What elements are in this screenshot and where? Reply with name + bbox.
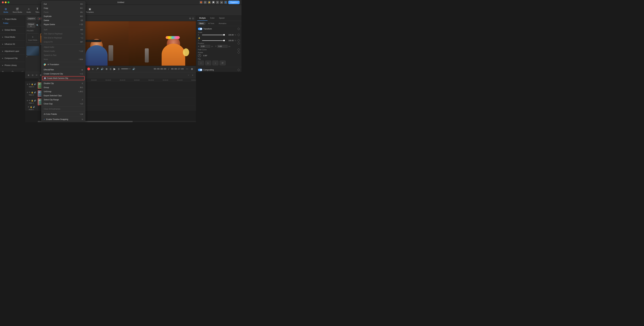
menu-create-multicam[interactable]: Create Multi-Camera Clip — [42, 76, 84, 80]
add-track-button[interactable]: ⊕ — [27, 73, 30, 77]
zoom-in-button[interactable]: + — [191, 73, 194, 77]
settings-button[interactable]: ⋯ — [186, 67, 189, 71]
tab-multiple[interactable]: Multiple — [197, 16, 208, 21]
track-eye-icon-a1[interactable]: 👁 — [28, 106, 30, 108]
scale-x-thumb[interactable] — [223, 34, 225, 36]
track-lock-icon-a1[interactable]: 🔒 — [30, 106, 32, 108]
menu-ai-color[interactable]: AI Color Palette ⌥M — [42, 112, 85, 116]
track-audio-icon-v2[interactable]: 🔊 — [34, 91, 36, 93]
toolbar-stock-media[interactable]: 🎬 Stock Media — [11, 6, 24, 14]
sidebar-item-project-media[interactable]: ▼ Project Media — [0, 17, 25, 21]
menu-enable-snapping[interactable]: ✓ Enable Timeline Snapping N — [42, 117, 85, 121]
cut-tool-button[interactable]: ✂ — [35, 73, 38, 77]
subtab-ai-tools[interactable]: AI Tools — [206, 22, 216, 25]
toolbar-media[interactable]: ⊞ Media — [2, 6, 10, 14]
scale-x-keyframe[interactable] — [238, 34, 240, 36]
scale-x-slider[interactable] — [202, 35, 225, 35]
tab-color[interactable]: Color — [208, 16, 216, 21]
menu-create-compound[interactable]: Create Compound Clip ⌥G — [42, 72, 85, 76]
preview-icon-2[interactable]: ⊡ — [192, 17, 194, 20]
maximize-button[interactable] — [8, 1, 10, 3]
menu-select-range[interactable]: Select Clip Range X — [42, 98, 85, 102]
volume-icon[interactable]: 🔊 — [132, 67, 136, 71]
speaker-button[interactable]: 🔊 — [100, 67, 104, 71]
media-thumb-2[interactable] — [26, 46, 39, 56]
menu-close-gap[interactable]: Close Gap ⌥D — [42, 102, 85, 106]
person-icon[interactable]: 👤 — [224, 1, 227, 4]
cloud-icon[interactable]: ☁ — [220, 1, 223, 4]
menu-select-same-color[interactable]: Select All Clips with the Same Color Mar… — [42, 121, 85, 122]
track-eye-icon-v2[interactable]: 👁 — [29, 91, 30, 93]
gift-icon[interactable]: 🎁 — [200, 1, 202, 4]
sidebar-item-compound-clip[interactable]: ▶ Compound Clip — [0, 56, 25, 60]
flip-vertical-button[interactable]: ↕ — [212, 61, 218, 65]
toolbar-audio[interactable]: ♫ Audio — [25, 6, 33, 14]
pos-x-input[interactable] — [200, 45, 210, 48]
download-icon[interactable]: ⬇ — [216, 1, 219, 4]
zoom-out-button[interactable]: − — [187, 73, 190, 77]
fullscreen-button[interactable]: ⊞ — [190, 67, 194, 71]
mic-button[interactable]: 🎤 — [96, 67, 99, 71]
minimize-button[interactable] — [5, 1, 6, 3]
transform-keyframe-diamond[interactable] — [238, 28, 240, 30]
export-button[interactable]: Export ▾ — [228, 1, 240, 4]
track-audio-icon[interactable]: 🔊 — [34, 83, 36, 85]
sidebar-folder-label[interactable]: Folder — [0, 21, 25, 25]
track-audio-icon-v1[interactable]: 🔊 — [34, 100, 36, 102]
sidebar-item-adjustment-layer[interactable]: ▶ Adjustment Layer — [0, 49, 25, 53]
subtab-animation[interactable]: Animation — [217, 22, 228, 25]
track-lock-icon-v1[interactable]: 🔒 — [31, 100, 33, 102]
import-button[interactable]: Import ▾ — [27, 17, 36, 20]
default-sort-button[interactable]: Default ▾ — [27, 23, 36, 28]
screen-record-button[interactable]: ⊞ — [105, 67, 108, 71]
flip-horizontal-button[interactable]: ↔ — [198, 61, 204, 65]
play-button[interactable]: ▶ — [113, 67, 116, 71]
path-curve-keyframe[interactable] — [238, 48, 240, 51]
scale-y-slider[interactable] — [202, 40, 225, 41]
sidebar-item-cloud-media[interactable]: ▶ Cloud Media — [0, 35, 25, 39]
scale-y-keyframe[interactable] — [238, 39, 240, 42]
menu-ai-translation[interactable]: AI Translation — [42, 62, 85, 67]
next-frame-button[interactable]: ⟩⟩ — [118, 67, 120, 71]
notification-icon[interactable]: 🔔 — [208, 1, 211, 4]
track-audio-icon-a1[interactable]: 🔊 — [33, 106, 35, 108]
refresh-icon[interactable]: ⟳ — [12, 70, 14, 72]
track-add-icon-v1[interactable]: ⊕ — [27, 100, 28, 102]
menu-duplicate[interactable]: Duplicate ⌘D — [42, 14, 85, 18]
sidebar-item-global-media[interactable]: ▶ Global Media — [0, 28, 25, 32]
menu-delete[interactable]: Delete ⌫ — [42, 18, 85, 22]
rotate-keyframe[interactable] — [238, 51, 240, 54]
position-keyframe[interactable] — [238, 42, 240, 45]
compositing-toggle-switch[interactable] — [198, 69, 202, 71]
track-eye-icon[interactable]: 👁 — [29, 83, 30, 85]
menu-ungroup[interactable]: UnGroup ⌥⌘G — [42, 90, 85, 94]
menu-export-clips[interactable]: Export Selected Clips — [42, 94, 85, 98]
scale-lock-icon[interactable]: 🔒 — [198, 37, 200, 39]
pos-y-input[interactable] — [217, 45, 228, 48]
track-lock-icon[interactable]: 🔒 — [31, 83, 33, 85]
compositing-keyframe[interactable] — [238, 69, 240, 71]
track-lock-icon-v2[interactable]: 🔒 — [31, 91, 33, 93]
scale-y-thumb[interactable] — [223, 40, 225, 41]
toolbar-titles[interactable]: T Titles — [34, 6, 41, 14]
track-add-icon[interactable]: ⊕ — [27, 83, 28, 85]
chat-icon[interactable]: 💬 — [212, 1, 215, 4]
tab-speed[interactable]: Speed — [217, 16, 226, 21]
subtab-basic[interactable]: Basic — [198, 22, 206, 25]
menu-effect-filter[interactable]: Effect&Filter ▶ — [42, 68, 85, 72]
new-folder-icon[interactable]: ⊕ — [2, 70, 4, 72]
track-eye-icon-v1[interactable]: 👁 — [29, 100, 30, 102]
preview-icon-1[interactable]: ⧉ — [189, 17, 191, 20]
import-media-area[interactable]: + Import Media — [26, 33, 39, 43]
magnet-button[interactable]: ⊙ — [31, 73, 34, 77]
menu-ripple-delete[interactable]: Ripple Delete ⇧⌫ — [42, 22, 85, 26]
close-button[interactable] — [2, 1, 4, 3]
record-indicator[interactable] — [87, 68, 90, 70]
snapshot-button[interactable]: ⊙ — [91, 67, 94, 71]
sidebar-item-influence-kit[interactable]: ▶ Influence Kit — [0, 42, 25, 46]
transform-toggle-switch[interactable] — [198, 28, 202, 30]
chevron-left-icon[interactable]: ◁ — [22, 70, 23, 72]
rotate-dial[interactable] — [198, 54, 201, 57]
toolbar-templates[interactable]: ▣ Templates — [84, 6, 96, 14]
menu-group[interactable]: Group ⌘G — [42, 85, 85, 90]
